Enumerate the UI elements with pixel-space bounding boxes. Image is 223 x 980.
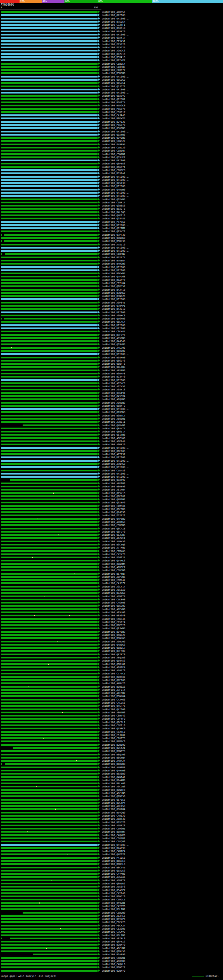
alignment-bar[interactable] — [10, 479, 98, 481]
hit-label[interactable]: UniRef100_Q39HU5 — [102, 343, 125, 346]
alignment-bar[interactable] — [1, 105, 98, 107]
alignment-bar[interactable] — [1, 528, 98, 530]
alignment-bar[interactable] — [4, 234, 98, 236]
hit-label[interactable]: UniRef100_Q2N159 — [102, 795, 125, 798]
alignment-bar[interactable] — [1, 957, 98, 959]
hit-label[interactable]: UniRef100_Q4WNM5 — [102, 563, 125, 566]
hit-label[interactable]: UniRef100_A8QLB6 — [102, 656, 125, 659]
alignment-bar[interactable] — [1, 460, 98, 462]
hit-label[interactable]: UniRef100_A7EYW0 — [102, 608, 125, 611]
alignment-bar[interactable] — [1, 621, 98, 623]
hit-label[interactable]: UniRef100_B0CYP4 — [102, 802, 125, 805]
hit-label[interactable]: UniRef100_UPI000... — [102, 324, 130, 327]
alignment-bar[interactable] — [1, 331, 98, 332]
hit-label[interactable]: UniRef100_B8N6Y3 — [102, 750, 125, 752]
hit-label[interactable]: UniRef100_Q6EE82 — [102, 495, 125, 498]
alignment-bar[interactable] — [1, 541, 98, 542]
hit-label[interactable]: UniRef100_Q9XYW6 — [102, 134, 125, 136]
hit-label[interactable]: UniRef100_UPI000... — [102, 195, 130, 197]
alignment-bar[interactable] — [1, 792, 98, 794]
alignment-bar[interactable] — [1, 14, 98, 16]
alignment-bar[interactable] — [1, 208, 98, 210]
hit-label[interactable]: UniRef100_C77TC1 — [102, 672, 125, 675]
hit-label[interactable]: UniRef100_Q6EE83 — [102, 450, 125, 453]
alignment-bar[interactable] — [1, 805, 98, 807]
alignment-bar[interactable] — [1, 731, 98, 733]
hit-label[interactable]: UniRef100_Q87FY0 — [102, 653, 125, 656]
alignment-bar[interactable] — [1, 828, 98, 829]
hit-label[interactable]: UniRef100_B2NKY9 — [102, 943, 125, 946]
hit-label[interactable]: UniRef100_P0CX24 — [102, 924, 125, 927]
hit-label[interactable]: UniRef100_B6GWN4 — [102, 756, 125, 759]
hit-label[interactable]: UniRef100_A3LF14 — [102, 585, 125, 588]
hit-label[interactable]: UniRef100_A4S796 — [102, 347, 125, 349]
hit-label[interactable]: UniRef100_C4JJZ7 — [102, 582, 125, 585]
alignment-bar[interactable] — [1, 963, 98, 965]
hit-label[interactable]: UniRef100_A7QNW5 — [102, 398, 125, 401]
hit-label[interactable]: UniRef100_A8UEW1 — [102, 417, 125, 420]
hit-label[interactable]: UniRef100_C4JM66 — [102, 698, 125, 701]
alignment-bar[interactable] — [1, 783, 98, 784]
hit-label[interactable]: UniRef100_Q3B8S6 — [102, 204, 125, 207]
alignment-bar[interactable] — [1, 353, 98, 355]
hit-label[interactable]: UniRef100_A8Q9B9 — [102, 960, 125, 963]
alignment-bar[interactable] — [1, 595, 98, 597]
alignment-bar[interactable] — [1, 82, 98, 84]
hit-label[interactable]: UniRef100_Q6CRR9 — [102, 508, 125, 511]
hit-label[interactable]: UniRef100_Q7PF38 — [102, 234, 125, 236]
hit-label[interactable]: UniRef100_C1BEQ7 — [102, 150, 125, 152]
alignment-bar[interactable] — [1, 718, 98, 720]
alignment-bar[interactable] — [1, 502, 98, 503]
alignment-bar[interactable] — [1, 72, 98, 74]
hit-label[interactable]: UniRef100_Q6CBL1 — [102, 721, 125, 724]
hit-label[interactable]: UniRef100_Q74396 — [102, 511, 125, 514]
alignment-bar[interactable] — [1, 821, 98, 823]
alignment-bar[interactable] — [1, 111, 98, 113]
alignment-bar[interactable] — [1, 521, 98, 523]
alignment-bar[interactable] — [1, 560, 98, 562]
alignment-bar[interactable] — [1, 457, 98, 458]
alignment-bar[interactable] — [1, 231, 98, 232]
alignment-bar[interactable] — [1, 573, 98, 575]
hit-label[interactable]: UniRef100_C8Z9U5 — [102, 928, 125, 930]
hit-label[interactable]: UniRef100_Q6BIR2 — [102, 882, 125, 885]
alignment-bar[interactable] — [1, 99, 98, 100]
alignment-bar[interactable] — [1, 537, 98, 539]
hit-label[interactable]: UniRef100_Q8AVV2 — [102, 95, 125, 97]
alignment-bar[interactable] — [1, 627, 98, 629]
alignment-bar[interactable] — [1, 431, 98, 433]
hit-label[interactable]: UniRef100_A9UT63 — [102, 521, 125, 523]
alignment-bar[interactable] — [1, 834, 98, 836]
alignment-bar[interactable] — [1, 382, 98, 384]
hit-label[interactable]: UniRef100_C4QXK9 — [102, 834, 125, 837]
hit-label[interactable]: UniRef100_Q22608 — [102, 14, 125, 17]
alignment-bar[interactable] — [1, 908, 98, 910]
hit-label[interactable]: UniRef100_Q2S481 — [102, 217, 125, 220]
hit-label[interactable]: UniRef100_C4QXL0 — [102, 963, 125, 966]
alignment-bar[interactable] — [1, 218, 98, 220]
hit-label[interactable]: UniRef100_A90U09 — [102, 640, 125, 643]
alignment-bar[interactable] — [1, 915, 98, 917]
alignment-bar[interactable] — [1, 657, 98, 659]
hit-label[interactable]: UniRef100_Q871E5 — [102, 799, 125, 801]
hit-label[interactable]: UniRef100_A4HBB8 — [102, 766, 125, 769]
alignment-bar[interactable] — [1, 308, 98, 310]
alignment-bar[interactable] — [1, 276, 98, 277]
hit-label[interactable]: UniRef100_C5M042 — [102, 579, 125, 582]
hit-label[interactable]: UniRef100_A9PF48 — [102, 440, 125, 443]
alignment-bar[interactable] — [1, 886, 98, 888]
alignment-bar[interactable] — [1, 789, 98, 791]
hit-label[interactable]: UniRef100_Q59VH1 — [102, 902, 125, 905]
alignment-bar[interactable] — [1, 21, 98, 22]
hit-label[interactable]: UniRef100_Q9W8K0 — [102, 237, 125, 240]
hit-label[interactable]: UniRef100_P49895 — [102, 143, 125, 146]
hit-label[interactable]: UniRef100_B2VJX6 — [102, 821, 125, 824]
hit-label[interactable]: UniRef100_B5XA13 — [102, 56, 125, 59]
alignment-bar[interactable] — [1, 385, 98, 387]
alignment-bar[interactable] — [1, 215, 98, 216]
alignment-bar[interactable] — [1, 724, 98, 726]
hit-label[interactable]: UniRef100_A7NPG9 — [102, 463, 125, 466]
alignment-bar[interactable] — [1, 692, 98, 694]
alignment-bar[interactable] — [1, 508, 98, 510]
hit-label[interactable]: UniRef100_A8V8N9 — [102, 369, 125, 372]
